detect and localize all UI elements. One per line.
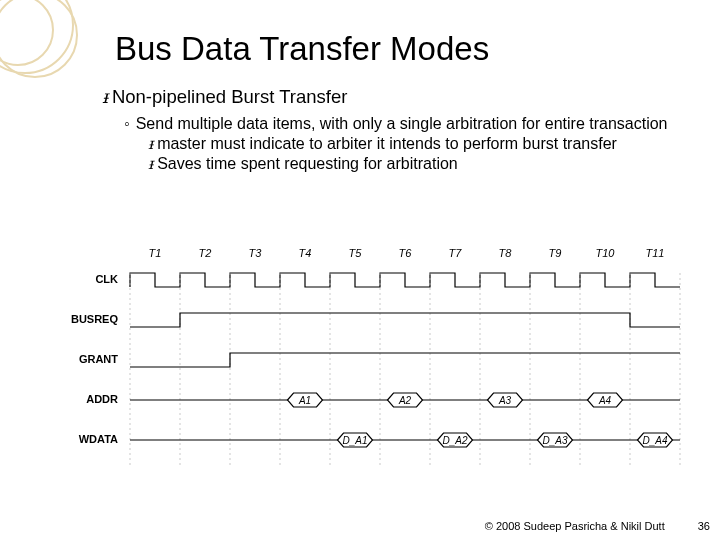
subsub-bullet-2: ᵻSaves time spent requesting for arbitra… — [148, 154, 700, 174]
svg-text:T11: T11 — [646, 247, 665, 259]
svg-text:A3: A3 — [498, 395, 512, 406]
svg-text:ADDR: ADDR — [86, 393, 118, 405]
bullet-icon: ᵻ — [148, 135, 153, 152]
svg-text:CLK: CLK — [95, 273, 118, 285]
svg-text:T5: T5 — [349, 247, 363, 259]
svg-text:D_A3: D_A3 — [542, 435, 567, 446]
svg-text:T6: T6 — [399, 247, 413, 259]
bullet-main-text: Non-pipelined Burst Transfer — [112, 86, 347, 107]
svg-text:T9: T9 — [549, 247, 562, 259]
bullet-icon: ᵻ — [148, 155, 153, 172]
sub-bullet-text: Send multiple data items, with only a si… — [136, 115, 668, 132]
subsub-text-1: master must indicate to arbiter it inten… — [157, 135, 617, 152]
bullet-icon: ᵻ — [102, 87, 108, 107]
subsub-bullet-1: ᵻmaster must indicate to arbiter it inte… — [148, 134, 700, 154]
subsub-text-2: Saves time spent requesting for arbitrat… — [157, 155, 458, 172]
svg-text:WDATA: WDATA — [79, 433, 118, 445]
svg-text:T10: T10 — [596, 247, 616, 259]
slide-title: Bus Data Transfer Modes — [115, 30, 700, 68]
svg-text:A1: A1 — [298, 395, 311, 406]
footer: © 2008 Sudeep Pasricha & Nikil Dutt 36 — [485, 520, 710, 532]
svg-text:A2: A2 — [398, 395, 412, 406]
svg-text:D_A2: D_A2 — [442, 435, 467, 446]
svg-text:D_A1: D_A1 — [342, 435, 367, 446]
svg-text:T1: T1 — [149, 247, 162, 259]
svg-text:T4: T4 — [299, 247, 312, 259]
svg-text:T8: T8 — [499, 247, 513, 259]
svg-text:BUSREQ: BUSREQ — [71, 313, 119, 325]
copyright: © 2008 Sudeep Pasricha & Nikil Dutt — [485, 520, 665, 532]
sub-bullet-icon: ◦ — [124, 115, 130, 132]
svg-text:D_A4: D_A4 — [642, 435, 667, 446]
sub-bullet: ◦Send multiple data items, with only a s… — [124, 114, 700, 134]
bullet-main: ᵻNon-pipelined Burst Transfer — [102, 86, 700, 108]
page-number: 36 — [698, 520, 710, 532]
svg-text:T7: T7 — [449, 247, 463, 259]
svg-text:T3: T3 — [249, 247, 263, 259]
svg-text:GRANT: GRANT — [79, 353, 118, 365]
svg-text:T2: T2 — [199, 247, 212, 259]
svg-text:A4: A4 — [598, 395, 612, 406]
timing-diagram: T1T2T3T4T5T6T7T8T9T10T11CLKBUSREQGRANTAD… — [60, 245, 700, 485]
